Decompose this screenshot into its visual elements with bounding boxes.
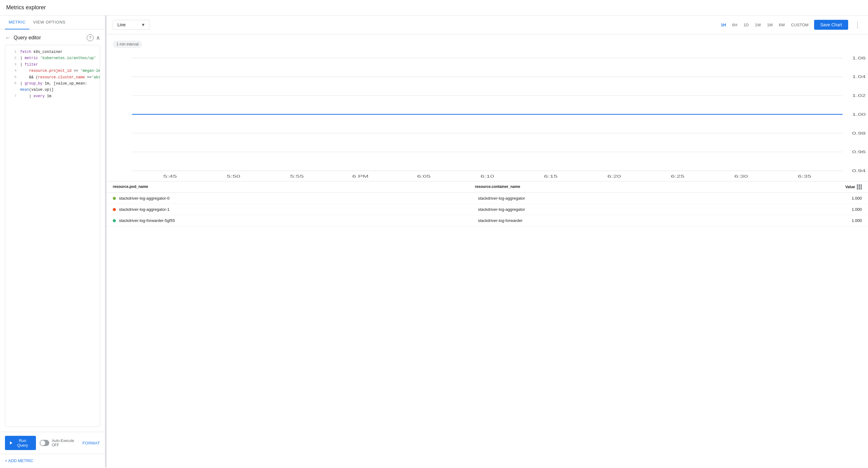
- chart-toolbar: Line ▼ 1H 6H 1D 1W 1M 6W CUSTOM Save Cha…: [106, 15, 868, 34]
- svg-text:6:15: 6:15: [544, 174, 558, 178]
- row-container-2: stackdriver-log-forwarder: [478, 218, 837, 223]
- chart-svg: 1.06 1.04 1.02 1.00 0.98 0.96 0.94 5:45 …: [106, 51, 868, 181]
- query-editor-actions: ? ∧: [87, 34, 100, 41]
- run-query-button[interactable]: Run Query: [5, 436, 36, 450]
- row-pod-1: stackdriver-log-aggregator-1: [119, 207, 478, 212]
- column-settings-icon[interactable]: [857, 185, 862, 190]
- svg-text:6 PM: 6 PM: [352, 174, 369, 178]
- query-editor-label: Query editor: [13, 35, 41, 40]
- row-pod-0: stackdriver-log-aggregator-0: [119, 196, 478, 201]
- tab-metric[interactable]: METRIC: [5, 15, 29, 29]
- col-container-header: resource.container_name: [475, 185, 837, 190]
- chart-type-select[interactable]: Line ▼: [113, 20, 150, 30]
- collapse-icon[interactable]: ∧: [96, 34, 100, 41]
- svg-text:6:35: 6:35: [798, 174, 811, 178]
- row-dot-2: [113, 219, 116, 222]
- row-value-1: 1.000: [837, 207, 862, 212]
- code-line-5: 5 && (resource.cluster_name =='aks-nov'): [8, 74, 97, 80]
- table-row: stackdriver-log-forwarder-5gf55 stackdri…: [106, 215, 868, 226]
- time-btn-6w[interactable]: 6W: [778, 21, 785, 29]
- svg-text:5:55: 5:55: [290, 174, 304, 178]
- svg-text:0.96: 0.96: [852, 150, 866, 154]
- row-dot-1: [113, 208, 116, 211]
- add-metric-label: + ADD METRIC: [5, 459, 33, 463]
- svg-text:1.04: 1.04: [852, 75, 866, 79]
- code-line-2: 2 | metric 'kubernetes.io/anthos/up': [8, 55, 97, 61]
- code-line-1: 1 fetch k8s_container: [8, 49, 97, 55]
- query-editor-header: ← Query editor ? ∧: [5, 34, 100, 41]
- time-btn-1d[interactable]: 1D: [743, 21, 749, 29]
- right-panel: Line ▼ 1H 6H 1D 1W 1M 6W CUSTOM Save Cha…: [106, 15, 868, 467]
- auto-execute-label: Auto-Execute OFF: [52, 439, 79, 447]
- code-line-7: 7 | every 1m: [8, 93, 97, 99]
- row-pod-2: stackdriver-log-forwarder-5gf55: [119, 218, 478, 223]
- play-icon: [10, 441, 12, 444]
- left-panel: METRIC VIEW OPTIONS ← Query editor ? ∧ 1…: [0, 15, 105, 467]
- table-row: stackdriver-log-aggregator-0 stackdriver…: [106, 193, 868, 204]
- toggle-track[interactable]: [40, 440, 49, 446]
- row-container-1: stackdriver-log-aggregator: [478, 207, 837, 212]
- query-editor-panel: ← Query editor ? ∧ 1 fetch k8s_container…: [0, 29, 105, 432]
- code-line-3: 3 | filter: [8, 62, 97, 68]
- row-dot-0: [113, 197, 116, 200]
- row-value-0: 1.000: [837, 196, 862, 201]
- app-header: Metrics explorer: [0, 0, 868, 15]
- row-value-2: 1.000: [837, 218, 862, 223]
- query-editor-title: ← Query editor: [5, 35, 41, 41]
- code-editor[interactable]: 1 fetch k8s_container 2 | metric 'kubern…: [5, 45, 100, 427]
- svg-text:5:45: 5:45: [163, 174, 177, 178]
- chart-area: 1 min interval 1.06 1.04 1.02 1.00: [106, 34, 868, 467]
- resize-handle[interactable]: [105, 15, 106, 467]
- time-btn-custom[interactable]: CUSTOM: [790, 21, 809, 29]
- time-btn-1h[interactable]: 1H: [720, 21, 727, 29]
- chart-container: 1.06 1.04 1.02 1.00 0.98 0.96 0.94 5:45 …: [106, 51, 868, 181]
- tab-view-options[interactable]: VIEW OPTIONS: [29, 15, 69, 29]
- svg-text:6:10: 6:10: [480, 174, 494, 178]
- app-title: Metrics explorer: [6, 4, 46, 10]
- bottom-toolbar: Run Query Auto-Execute OFF FORMAT: [0, 432, 105, 454]
- code-line-6: 6 | group_by 1m, [value_up_mean: mean(va…: [8, 80, 97, 93]
- svg-text:1.02: 1.02: [852, 94, 866, 98]
- col-pod-header: resource.pod_name: [113, 185, 475, 190]
- auto-execute-toggle[interactable]: Auto-Execute OFF: [40, 439, 79, 447]
- format-button[interactable]: FORMAT: [83, 441, 100, 445]
- svg-text:5:50: 5:50: [227, 174, 240, 178]
- table-header: resource.pod_name resource.container_nam…: [106, 181, 868, 193]
- help-icon[interactable]: ?: [87, 34, 94, 41]
- svg-text:6:05: 6:05: [417, 174, 431, 178]
- data-table: resource.pod_name resource.container_nam…: [106, 181, 868, 226]
- table-row: stackdriver-log-aggregator-1 stackdriver…: [106, 204, 868, 215]
- svg-text:1.00: 1.00: [852, 112, 866, 116]
- svg-text:0.98: 0.98: [852, 131, 866, 135]
- row-container-0: stackdriver-log-aggregator: [478, 196, 837, 201]
- time-btn-6h[interactable]: 6H: [732, 21, 738, 29]
- more-options-icon[interactable]: ⋮: [853, 20, 862, 30]
- back-arrow-icon[interactable]: ←: [5, 35, 10, 41]
- tabs-header: METRIC VIEW OPTIONS: [0, 15, 105, 29]
- time-range-group: 1H 6H 1D 1W 1M 6W CUSTOM Save Chart ⋮: [720, 20, 862, 30]
- svg-text:0.94: 0.94: [852, 169, 866, 173]
- code-line-4: 4 resource.project_id == 'megan-lm2': [8, 68, 97, 74]
- col-value-header: Value: [837, 185, 862, 190]
- svg-text:6:30: 6:30: [734, 174, 748, 178]
- chart-type-label: Line: [117, 22, 125, 27]
- interval-badge: 1 min interval: [113, 40, 142, 48]
- svg-text:1.06: 1.06: [852, 56, 866, 60]
- toggle-thumb: [40, 440, 45, 445]
- svg-text:6:25: 6:25: [671, 174, 685, 178]
- add-metric-bar[interactable]: + ADD METRIC: [0, 454, 105, 467]
- time-btn-1m[interactable]: 1M: [766, 21, 773, 29]
- dropdown-arrow-icon: ▼: [141, 22, 145, 27]
- run-query-label: Run Query: [14, 438, 31, 447]
- time-btn-1w[interactable]: 1W: [754, 21, 762, 29]
- save-chart-button[interactable]: Save Chart: [814, 20, 848, 30]
- main-layout: METRIC VIEW OPTIONS ← Query editor ? ∧ 1…: [0, 15, 868, 467]
- svg-text:6:20: 6:20: [608, 174, 621, 178]
